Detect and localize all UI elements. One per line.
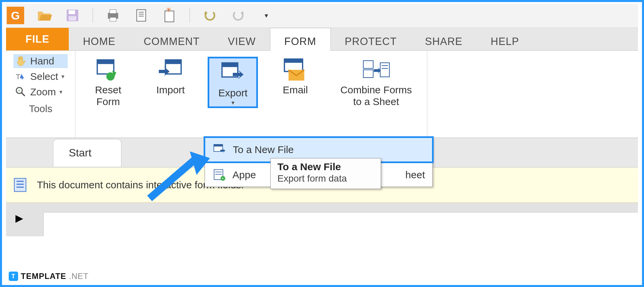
svg-rect-4 — [110, 10, 116, 14]
svg-rect-21 — [222, 63, 238, 67]
app-logo-icon: G — [7, 7, 24, 24]
email-icon — [281, 57, 309, 83]
page-area: ▶ — [6, 203, 638, 236]
tooltip: To a New File Export form data — [270, 158, 381, 189]
reset-form-label: Reset Form — [95, 84, 121, 107]
email-button[interactable]: Email — [270, 57, 320, 108]
select-tool-label: Select — [30, 71, 58, 82]
tools-group-label: Tools — [13, 103, 68, 114]
tab-view[interactable]: VIEW — [214, 28, 270, 50]
svg-rect-17 — [97, 60, 114, 64]
select-tool-button[interactable]: T Select ▾ — [13, 69, 68, 84]
svg-rect-31 — [214, 144, 223, 146]
save-icon[interactable] — [64, 7, 80, 23]
svg-line-14 — [21, 93, 25, 96]
zoom-tool-button[interactable]: + Zoom ▾ — [13, 85, 68, 99]
export-to-new-file-label: To a New File — [233, 144, 294, 155]
cursor-icon: ▶ — [15, 212, 23, 236]
tooltip-body: Export form data — [277, 173, 374, 184]
combine-forms-button[interactable]: Combine Forms to a Sheet — [332, 57, 420, 108]
tab-form[interactable]: FORM — [270, 28, 331, 51]
combine-forms-label: Combine Forms to a Sheet — [340, 84, 412, 107]
tools-group: Hand T Select ▾ + Zoom ▾ Tools — [6, 51, 75, 138]
page-icon[interactable] — [133, 7, 149, 23]
qat-divider-2 — [190, 8, 190, 23]
tooltip-title: To a New File — [277, 161, 374, 173]
dropdown-caret-icon: ▾ — [59, 88, 62, 96]
svg-rect-25 — [364, 61, 373, 68]
export-file-icon — [213, 143, 227, 157]
open-icon[interactable] — [36, 7, 52, 23]
ribbon-tabs: FILE HOME COMMENT VIEW FORM PROTECT SHAR… — [6, 28, 638, 51]
qat-divider — [93, 8, 93, 23]
form-data-group: Reset Form Import Export ▾ — [75, 51, 427, 138]
tab-home[interactable]: HOME — [69, 28, 129, 50]
qat-dropdown-icon[interactable]: ▾ — [258, 7, 274, 23]
print-icon[interactable] — [105, 7, 121, 23]
watermark-ext: .NET — [69, 272, 89, 281]
svg-text:✳: ✳ — [166, 8, 172, 13]
svg-text:T: T — [16, 73, 20, 81]
new-page-icon[interactable]: ✳ — [161, 7, 177, 23]
watermark-icon: T — [9, 272, 18, 281]
svg-rect-19 — [166, 60, 181, 64]
export-icon — [219, 60, 247, 86]
export-append-label-suffix: heet — [406, 169, 425, 181]
append-sheet-icon: + — [212, 168, 226, 182]
export-append-label-prefix: Appe — [232, 169, 256, 181]
svg-rect-1 — [69, 10, 75, 14]
reset-form-icon — [94, 57, 122, 83]
tab-comment[interactable]: COMMENT — [129, 28, 214, 50]
tab-share[interactable]: SHARE — [411, 28, 477, 50]
zoom-tool-label: Zoom — [30, 86, 56, 98]
svg-text:+: + — [221, 176, 224, 181]
tab-help[interactable]: HELP — [477, 28, 533, 50]
document-page[interactable] — [43, 212, 638, 236]
watermark-brand: TEMPLATE — [21, 272, 66, 281]
svg-rect-37 — [14, 179, 26, 192]
hand-tool-button[interactable]: Hand — [13, 54, 68, 68]
select-text-icon: T — [15, 70, 27, 83]
import-button[interactable]: Import — [145, 57, 196, 108]
form-document-icon — [11, 176, 29, 194]
svg-rect-2 — [69, 16, 76, 20]
app-window: G ✳ ▾ FILE HOME COMMENT VIEW FORM — [0, 0, 644, 287]
undo-icon[interactable] — [202, 7, 218, 23]
export-label: Export — [218, 87, 248, 99]
hand-icon — [15, 55, 27, 67]
ribbon-body: Hand T Select ▾ + Zoom ▾ Tools Res — [6, 51, 638, 138]
svg-text:+: + — [18, 88, 20, 93]
email-label: Email — [283, 84, 308, 96]
svg-rect-23 — [284, 59, 303, 63]
svg-rect-6 — [137, 10, 146, 21]
dropdown-caret-icon: ▾ — [231, 99, 234, 106]
redo-icon[interactable] — [230, 7, 246, 23]
quick-access-toolbar: G ✳ ▾ — [6, 4, 638, 28]
watermark: T TEMPLATE.NET — [9, 272, 89, 281]
tab-file[interactable]: FILE — [6, 28, 69, 50]
import-icon — [156, 57, 184, 83]
combine-forms-icon — [362, 57, 390, 83]
dropdown-caret-icon: ▾ — [61, 73, 64, 80]
reset-form-button[interactable]: Reset Form — [83, 57, 133, 108]
export-button[interactable]: Export ▾ — [208, 57, 258, 108]
tab-protect[interactable]: PROTECT — [331, 28, 411, 50]
zoom-icon: + — [15, 86, 27, 98]
svg-rect-26 — [364, 70, 373, 78]
hand-tool-label: Hand — [30, 55, 54, 67]
import-label: Import — [156, 84, 185, 96]
document-tab-start[interactable]: Start — [53, 139, 121, 166]
svg-rect-5 — [110, 17, 116, 21]
svg-rect-27 — [380, 63, 389, 77]
